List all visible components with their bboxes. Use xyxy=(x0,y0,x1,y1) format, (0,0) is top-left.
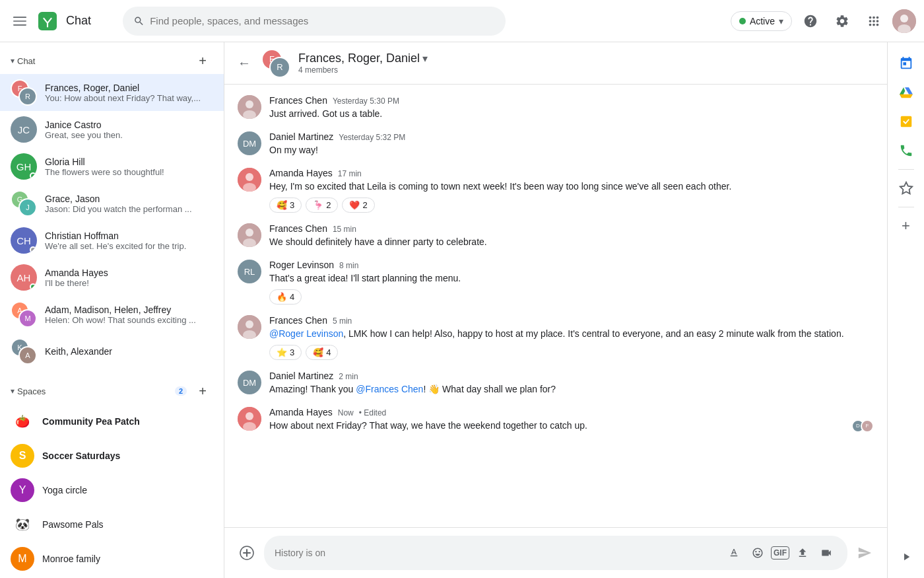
chat-preview: You: How about next Friday? That way,... xyxy=(45,93,213,103)
chat-add-button[interactable]: + xyxy=(192,50,213,71)
chat-item-frances-roger-daniel[interactable]: F R Frances, Roger, Daniel You: How abou… xyxy=(0,74,224,111)
reaction-5-0[interactable]: 🔥4 xyxy=(269,289,302,305)
space-item-pawsome-pals[interactable]: 🐼 Pawsome Pals xyxy=(0,507,224,542)
space-name: Soccer Saturdays xyxy=(42,451,120,461)
spaces-section-header[interactable]: ▾ Spaces 2 + xyxy=(0,373,224,404)
msg-content-1: Frances Chen Yesterday 5:30 PM Just arri… xyxy=(269,95,874,121)
msg-avatar-7: DM xyxy=(238,371,261,394)
search-bar[interactable] xyxy=(123,7,506,36)
space-item-community-pea-patch[interactable]: 🍅 Community Pea Patch xyxy=(0,404,224,439)
add-apps-icon-btn[interactable]: + xyxy=(893,213,919,239)
search-input[interactable] xyxy=(150,15,495,26)
message-row-4: Frances Chen 15 min We should definitely… xyxy=(238,223,874,249)
msg-content-3: Amanda Hayes 17 min Hey, I'm so excited … xyxy=(269,168,874,213)
msg-text-3: Hey, I'm so excited that Leila is coming… xyxy=(269,180,874,194)
menu-icon[interactable] xyxy=(8,9,32,33)
msg-avatar-3 xyxy=(238,168,261,192)
space-item-yoga-circle[interactable]: Y Yoga circle xyxy=(0,473,224,507)
msg-time-2: Yesterday 5:32 PM xyxy=(339,133,405,142)
help-button[interactable] xyxy=(797,8,824,34)
chat-item-amanda-hayes[interactable]: AH Amanda Hayes I'll be there! xyxy=(0,259,224,296)
settings-button[interactable] xyxy=(829,8,855,34)
chat-item-christian-hoffman[interactable]: CH Christian Hoffman We're all set. He's… xyxy=(0,222,224,259)
space-name: Monroe family xyxy=(42,554,100,564)
chat-item-gloria-hill[interactable]: GH Gloria Hill The flowers were so thoug… xyxy=(0,148,224,185)
msg-content-6: Frances Chen 5 min @Roger Levinson, LMK … xyxy=(269,315,874,360)
chat-item-janice-castro[interactable]: JC Janice Castro Great, see you then. xyxy=(0,111,224,148)
chat-preview: The flowers were so thoughtful! xyxy=(45,167,213,177)
message-row-8: Amanda Hayes Now • Edited How about next… xyxy=(238,407,874,433)
reaction-6-1[interactable]: 🥰4 xyxy=(306,345,338,360)
chat-item-grace-jason[interactable]: G J Grace, Jason Jason: Did you watch th… xyxy=(0,185,224,222)
apps-button[interactable] xyxy=(861,8,887,34)
msg-time-1: Yesterday 5:30 PM xyxy=(333,96,399,106)
app-title: Chat xyxy=(66,14,91,28)
topbar-right: Active ▾ xyxy=(731,8,916,34)
svg-rect-1 xyxy=(13,20,26,22)
chevron-down-icon: ▾ xyxy=(779,16,783,26)
input-field-container[interactable]: GIF xyxy=(264,536,847,570)
drive-icon-btn[interactable] xyxy=(893,79,919,106)
online-indicator-christian xyxy=(30,246,36,253)
msg-mention-7[interactable]: @Frances Chen xyxy=(356,384,423,394)
msg-sender-8: Amanda Hayes xyxy=(269,407,333,417)
video-call-icon[interactable] xyxy=(816,542,837,563)
space-icon-soccer: S xyxy=(11,444,34,468)
msg-content-5: Roger Levinson 8 min That's a great idea… xyxy=(269,260,874,305)
msg-avatar-2: DM xyxy=(238,131,261,155)
tasks-icon-btn[interactable] xyxy=(893,108,919,135)
msg-content-4: Frances Chen 15 min We should definitely… xyxy=(269,223,874,249)
msg-reactions-3: 🥰3 🦩2 ❤️2 xyxy=(269,198,874,213)
chat-item-keith-alexander[interactable]: K A Keith, Alexander xyxy=(0,333,224,370)
chat-avatar-christian: CH xyxy=(11,227,37,254)
format-text-icon[interactable] xyxy=(723,542,744,563)
send-button[interactable] xyxy=(853,541,876,565)
calendar-icon-btn[interactable] xyxy=(893,50,919,77)
message-input[interactable] xyxy=(275,548,718,558)
input-add-button[interactable] xyxy=(235,541,259,565)
emoji-icon[interactable] xyxy=(747,542,768,563)
svg-rect-2 xyxy=(13,24,26,26)
chat-panel: ← F R Frances, Roger, Daniel ▾ 4 members xyxy=(224,42,887,578)
phone-icon-btn[interactable] xyxy=(893,137,919,164)
chat-avatar-amanda: AH xyxy=(11,264,37,291)
space-icon-community: 🍅 xyxy=(11,410,34,433)
chat-section-header[interactable]: ▾ Chat + xyxy=(0,42,224,74)
msg-text-2: On my way! xyxy=(269,143,874,157)
reaction-6-0[interactable]: ⭐3 xyxy=(269,345,302,360)
spaces-list: 🍅 Community Pea Patch S Soccer Saturdays… xyxy=(0,404,224,578)
chat-preview: We're all set. He's excited for the trip… xyxy=(45,241,213,251)
spaces-section-title: Spaces xyxy=(17,386,175,396)
spaces-collapse-icon: ▾ xyxy=(11,386,15,396)
reaction-3-0[interactable]: 🥰3 xyxy=(269,198,302,213)
chat-collapse-icon: ▾ xyxy=(11,56,15,65)
reaction-3-2[interactable]: ❤️2 xyxy=(342,198,374,213)
right-sidebar-divider-2 xyxy=(898,207,914,207)
space-icon-yoga: Y xyxy=(11,478,34,502)
spaces-add-button[interactable]: + xyxy=(192,380,213,402)
upload-icon[interactable] xyxy=(792,542,813,563)
chat-info: Frances, Roger, Daniel You: How about ne… xyxy=(45,83,213,103)
back-button[interactable]: ← xyxy=(235,53,253,73)
chat-item-adam-madison[interactable]: A M Adam, Madison, Helen, Jeffrey Helen:… xyxy=(0,296,224,333)
bookmark-icon-btn[interactable] xyxy=(893,175,919,201)
msg-text-7: Amazing! Thank you @Frances Chen! 👋 What… xyxy=(269,382,874,396)
gif-icon[interactable]: GIF xyxy=(771,546,789,560)
header-member-count: 4 members xyxy=(298,65,876,75)
left-panel: ▾ Chat + F R Frances, Roger, Daniel You:… xyxy=(0,42,224,578)
chat-preview: Helen: Oh wow! That sounds exciting ... xyxy=(45,315,213,325)
message-row-1: Frances Chen Yesterday 5:30 PM Just arri… xyxy=(238,95,874,121)
msg-avatar-5: RL xyxy=(238,260,261,283)
reaction-3-1[interactable]: 🦩2 xyxy=(306,198,338,213)
space-item-monroe-family[interactable]: M Monroe family xyxy=(0,542,224,576)
right-sidebar-divider xyxy=(898,169,914,170)
space-item-soccer-saturdays[interactable]: S Soccer Saturdays xyxy=(0,439,224,473)
msg-mention-6[interactable]: @Roger Levinson xyxy=(269,328,343,339)
msg-text-1: Just arrived. Got us a table. xyxy=(269,107,874,121)
chat-name: Keith, Alexander xyxy=(45,346,213,357)
header-group-name[interactable]: Frances, Roger, Daniel ▾ xyxy=(298,52,876,65)
chat-name: Frances, Roger, Daniel xyxy=(45,83,213,93)
active-status-badge[interactable]: Active ▾ xyxy=(731,11,792,31)
expand-icon-btn[interactable] xyxy=(893,544,919,570)
user-avatar[interactable] xyxy=(892,9,916,33)
